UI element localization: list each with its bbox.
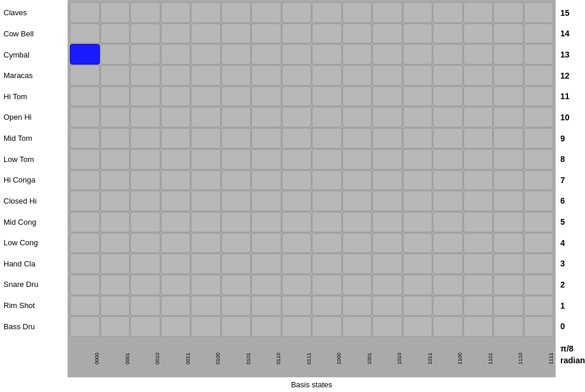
cell-10-13[interactable] xyxy=(463,212,493,232)
cell-11-11[interactable] xyxy=(403,233,433,254)
cell-3-2[interactable] xyxy=(130,65,160,86)
cell-3-0[interactable] xyxy=(70,65,100,86)
cell-10-0[interactable] xyxy=(70,212,100,232)
cell-5-10[interactable] xyxy=(372,107,402,127)
cell-12-2[interactable] xyxy=(130,254,160,274)
cell-0-4[interactable] xyxy=(191,2,221,23)
cell-11-13[interactable] xyxy=(463,233,493,254)
cell-2-9[interactable] xyxy=(342,44,372,65)
cell-4-5[interactable] xyxy=(221,86,251,107)
cell-10-10[interactable] xyxy=(372,212,402,232)
cell-0-0[interactable] xyxy=(70,2,100,23)
cell-13-15[interactable] xyxy=(524,275,554,295)
cell-1-9[interactable] xyxy=(342,23,372,44)
cell-11-2[interactable] xyxy=(130,233,160,254)
cell-7-0[interactable] xyxy=(70,149,100,170)
cell-9-11[interactable] xyxy=(403,191,433,211)
cell-2-2[interactable] xyxy=(130,44,160,65)
cell-3-10[interactable] xyxy=(372,65,402,86)
cell-1-10[interactable] xyxy=(372,23,402,44)
cell-6-14[interactable] xyxy=(493,128,523,148)
cell-15-12[interactable] xyxy=(433,316,463,337)
cell-10-8[interactable] xyxy=(312,212,342,232)
cell-10-9[interactable] xyxy=(342,212,372,232)
cell-15-15[interactable] xyxy=(524,316,554,337)
cell-14-4[interactable] xyxy=(191,296,221,316)
cell-10-11[interactable] xyxy=(403,212,433,232)
cell-10-15[interactable] xyxy=(524,212,554,232)
cell-8-11[interactable] xyxy=(403,170,433,191)
cell-8-6[interactable] xyxy=(251,170,281,191)
cell-12-4[interactable] xyxy=(191,254,221,274)
cell-5-3[interactable] xyxy=(161,107,191,127)
cell-13-13[interactable] xyxy=(463,275,493,295)
cell-1-5[interactable] xyxy=(221,23,251,44)
cell-10-3[interactable] xyxy=(161,212,191,232)
cell-7-3[interactable] xyxy=(161,149,191,170)
cell-10-1[interactable] xyxy=(100,212,130,232)
cell-0-1[interactable] xyxy=(100,2,130,23)
cell-13-7[interactable] xyxy=(282,275,312,295)
cell-15-14[interactable] xyxy=(493,316,523,337)
cell-9-1[interactable] xyxy=(100,191,130,211)
cell-2-8[interactable] xyxy=(312,44,342,65)
cell-8-7[interactable] xyxy=(282,170,312,191)
cell-11-14[interactable] xyxy=(493,233,523,254)
cell-13-12[interactable] xyxy=(433,275,463,295)
cell-14-8[interactable] xyxy=(312,296,342,316)
cell-12-5[interactable] xyxy=(221,254,251,274)
cell-10-12[interactable] xyxy=(433,212,463,232)
cell-13-0[interactable] xyxy=(70,275,100,295)
cell-12-15[interactable] xyxy=(524,254,554,274)
cell-3-14[interactable] xyxy=(493,65,523,86)
cell-3-12[interactable] xyxy=(433,65,463,86)
cell-14-13[interactable] xyxy=(463,296,493,316)
cell-3-4[interactable] xyxy=(191,65,221,86)
cell-13-8[interactable] xyxy=(312,275,342,295)
cell-7-8[interactable] xyxy=(312,149,342,170)
cell-5-6[interactable] xyxy=(251,107,281,127)
cell-0-2[interactable] xyxy=(130,2,160,23)
cell-15-11[interactable] xyxy=(403,316,433,337)
cell-8-10[interactable] xyxy=(372,170,402,191)
cell-10-5[interactable] xyxy=(221,212,251,232)
cell-0-3[interactable] xyxy=(161,2,191,23)
cell-13-5[interactable] xyxy=(221,275,251,295)
cell-7-7[interactable] xyxy=(282,149,312,170)
cell-6-9[interactable] xyxy=(342,128,372,148)
cell-2-11[interactable] xyxy=(403,44,433,65)
cell-2-7[interactable] xyxy=(282,44,312,65)
cell-3-15[interactable] xyxy=(524,65,554,86)
cell-14-5[interactable] xyxy=(221,296,251,316)
cell-7-10[interactable] xyxy=(372,149,402,170)
cell-13-9[interactable] xyxy=(342,275,372,295)
cell-8-12[interactable] xyxy=(433,170,463,191)
cell-10-2[interactable] xyxy=(130,212,160,232)
cell-12-7[interactable] xyxy=(282,254,312,274)
cell-9-4[interactable] xyxy=(191,191,221,211)
cell-9-7[interactable] xyxy=(282,191,312,211)
cell-11-7[interactable] xyxy=(282,233,312,254)
cell-8-2[interactable] xyxy=(130,170,160,191)
cell-1-14[interactable] xyxy=(493,23,523,44)
cell-15-8[interactable] xyxy=(312,316,342,337)
cell-5-12[interactable] xyxy=(433,107,463,127)
cell-12-6[interactable] xyxy=(251,254,281,274)
cell-14-1[interactable] xyxy=(100,296,130,316)
cell-11-4[interactable] xyxy=(191,233,221,254)
cell-11-12[interactable] xyxy=(433,233,463,254)
cell-9-13[interactable] xyxy=(463,191,493,211)
cell-3-6[interactable] xyxy=(251,65,281,86)
cell-6-13[interactable] xyxy=(463,128,493,148)
cell-3-5[interactable] xyxy=(221,65,251,86)
cell-12-14[interactable] xyxy=(493,254,523,274)
cell-13-10[interactable] xyxy=(372,275,402,295)
cell-13-2[interactable] xyxy=(130,275,160,295)
cell-1-0[interactable] xyxy=(70,23,100,44)
cell-11-6[interactable] xyxy=(251,233,281,254)
cell-9-15[interactable] xyxy=(524,191,554,211)
cell-14-15[interactable] xyxy=(524,296,554,316)
cell-7-13[interactable] xyxy=(463,149,493,170)
cell-11-1[interactable] xyxy=(100,233,130,254)
cell-15-7[interactable] xyxy=(282,316,312,337)
